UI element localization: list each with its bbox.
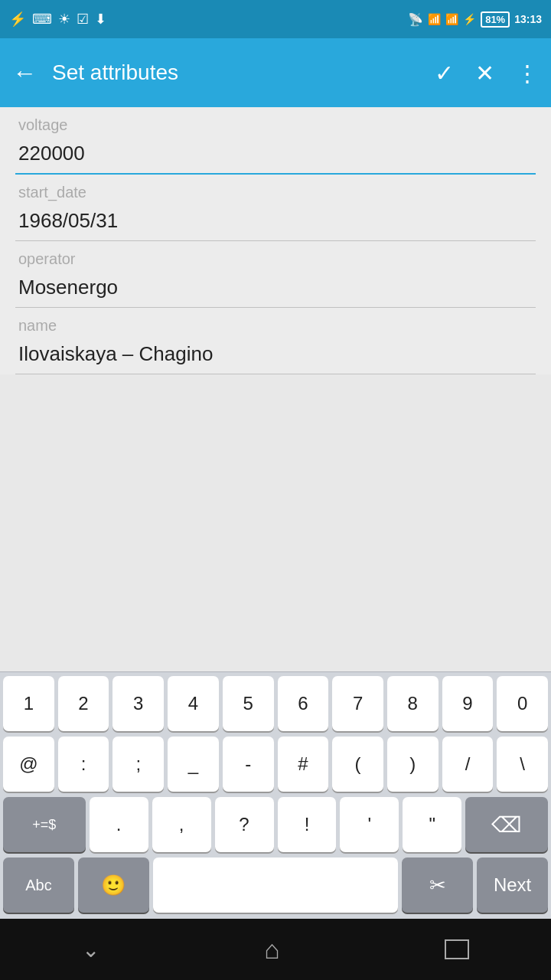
backspace-key[interactable]: ⌫ — [465, 797, 548, 852]
key-1[interactable]: 1 — [3, 676, 54, 731]
more-options-button[interactable]: ⋮ — [516, 60, 539, 87]
keyboard-row-punct: +=$ . , ? ! ' " ⌫ — [0, 793, 551, 854]
key-semicolon[interactable]: ; — [112, 737, 164, 792]
key-9[interactable]: 9 — [442, 676, 494, 731]
key-apostrophe[interactable]: ' — [340, 797, 399, 852]
top-bar: ← Set attributes ✓ ✕ ⋮ — [0, 38, 551, 107]
next-key[interactable]: Next — [477, 858, 548, 913]
voltage-input[interactable]: 220000 — [15, 137, 536, 175]
key-at[interactable]: @ — [3, 737, 54, 792]
key-minus[interactable]: - — [223, 737, 274, 792]
key-3[interactable]: 3 — [112, 676, 164, 731]
nav-back-button[interactable]: ⌄ — [82, 937, 99, 962]
back-button[interactable]: ← — [12, 59, 37, 87]
keyboard-row-numbers: 1 2 3 4 5 6 7 8 9 0 — [0, 672, 551, 733]
voltage-field-group: voltage 220000 — [15, 107, 536, 175]
keyboard-row-bottom: Abc 🙂 ✂ Next — [0, 854, 551, 919]
battery-level: 81% — [481, 11, 510, 28]
status-bar-left: ⚡ ⌨ ☀ ☑ ⬇ — [9, 11, 106, 28]
nav-home-button[interactable]: ⌂ — [264, 935, 280, 965]
key-backslash[interactable]: \ — [497, 737, 548, 792]
keyboard-row-symbols: @ : ; _ - # ( ) / \ — [0, 733, 551, 793]
key-0[interactable]: 0 — [497, 676, 548, 731]
nav-recent-button[interactable] — [445, 939, 469, 959]
start-date-input[interactable]: 1968/05/31 — [15, 204, 536, 241]
key-lparen[interactable]: ( — [332, 737, 383, 792]
brightness-icon: ☀ — [58, 11, 70, 28]
key-quote[interactable]: " — [403, 797, 461, 852]
abc-key[interactable]: Abc — [3, 858, 74, 913]
download-icon: ⬇ — [95, 11, 106, 28]
nav-bar: ⌄ ⌂ — [0, 919, 551, 980]
key-8[interactable]: 8 — [387, 676, 439, 731]
page-title: Set attributes — [52, 60, 435, 85]
space-key[interactable] — [153, 858, 399, 913]
key-7[interactable]: 7 — [332, 676, 383, 731]
name-input[interactable]: Ilovaiskaya – Chagino — [15, 338, 536, 374]
start-date-field-group: start_date 1968/05/31 — [15, 175, 536, 241]
clock: 13:13 — [514, 13, 542, 25]
keyboard-icon: ⌨ — [32, 11, 52, 28]
key-5[interactable]: 5 — [223, 676, 274, 731]
name-label: name — [15, 317, 536, 335]
key-comma[interactable]: , — [152, 797, 211, 852]
key-colon[interactable]: : — [58, 737, 109, 792]
top-bar-actions: ✓ ✕ ⋮ — [435, 60, 539, 87]
key-exclaim[interactable]: ! — [278, 797, 337, 852]
emoji-key[interactable]: 🙂 — [78, 858, 149, 913]
status-bar-right: 📡 📶 📶 ⚡ 81% 13:13 — [408, 11, 542, 28]
key-hash[interactable]: # — [278, 737, 329, 792]
key-question[interactable]: ? — [215, 797, 274, 852]
form-area: voltage 220000 start_date 1968/05/31 ope… — [0, 107, 551, 374]
cancel-button[interactable]: ✕ — [475, 60, 494, 87]
key-underscore[interactable]: _ — [168, 737, 219, 792]
checkbox-icon: ☑ — [77, 11, 89, 28]
confirm-button[interactable]: ✓ — [435, 60, 454, 87]
operator-input[interactable]: Mosenergo — [15, 271, 536, 308]
wifi-icon: 📶 — [428, 13, 441, 25]
key-slash[interactable]: / — [442, 737, 494, 792]
operator-label: operator — [15, 250, 536, 268]
usb-icon: ⚡ — [9, 11, 26, 28]
start-date-label: start_date — [15, 184, 536, 201]
key-4[interactable]: 4 — [168, 676, 219, 731]
tools-key[interactable]: ✂ — [402, 858, 473, 913]
key-rparen[interactable]: ) — [387, 737, 439, 792]
key-symbols-toggle[interactable]: +=$ — [3, 797, 86, 852]
voltage-label: voltage — [15, 116, 536, 134]
nfc-icon: 📡 — [408, 12, 423, 27]
key-period[interactable]: . — [90, 797, 148, 852]
keyboard: 1 2 3 4 5 6 7 8 9 0 @ : ; _ - # ( ) / \ … — [0, 671, 551, 919]
battery-icon: ⚡ — [463, 13, 476, 25]
status-bar: ⚡ ⌨ ☀ ☑ ⬇ 📡 📶 📶 ⚡ 81% 13:13 — [0, 0, 551, 38]
key-2[interactable]: 2 — [58, 676, 109, 731]
operator-field-group: operator Mosenergo — [15, 241, 536, 308]
name-field-group: name Ilovaiskaya – Chagino — [15, 308, 536, 374]
key-6[interactable]: 6 — [278, 676, 329, 731]
signal-icon: 📶 — [445, 13, 458, 25]
